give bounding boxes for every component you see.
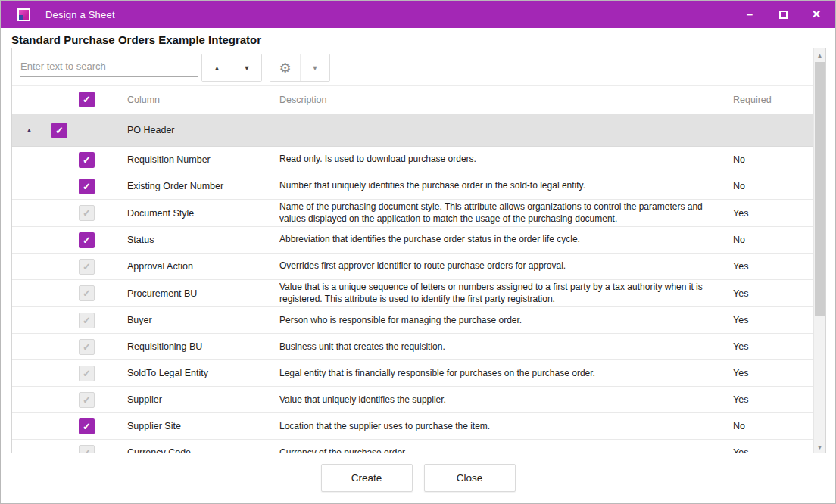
search-next-button[interactable]: ▼: [232, 54, 261, 81]
row-column-name: Approval Action: [127, 261, 279, 272]
close-icon: ✕: [812, 8, 822, 21]
scrollbar-thumb[interactable]: [815, 62, 825, 316]
maximize-icon: [779, 11, 788, 19]
row-checkbox[interactable]: ✓: [79, 179, 95, 194]
scrollbar-up-icon[interactable]: ▲: [814, 49, 825, 61]
row-description: Business unit that creates the requisiti…: [279, 340, 733, 355]
close-dialog-button[interactable]: Close: [424, 464, 516, 492]
table-body: ✓ Requisition Number Read only. Is used …: [12, 147, 813, 454]
table-row[interactable]: ✓ Supplier Site Location that the suppli…: [12, 413, 813, 440]
row-description: Location that the supplier uses to purch…: [279, 419, 733, 434]
row-checkbox[interactable]: ✓: [79, 418, 95, 434]
title-bar: Design a Sheet – ✕: [1, 1, 835, 28]
row-description: Abbreviation that identifies the purchas…: [279, 232, 733, 247]
window-title: Design a Sheet: [45, 9, 115, 20]
row-required-value: Yes: [733, 315, 813, 325]
check-icon: ✓: [83, 395, 91, 405]
settings-dropdown-button[interactable]: ▼: [300, 54, 329, 81]
table-row[interactable]: ✓ Existing Order Number Number that uniq…: [12, 173, 813, 200]
check-icon: ✓: [83, 288, 91, 298]
row-required-value: Yes: [733, 261, 813, 272]
table-row[interactable]: ✓ Buyer Person who is responsible for ma…: [12, 307, 813, 334]
arrow-up-icon: ▲: [214, 64, 220, 72]
row-required-value: No: [733, 181, 813, 191]
close-button[interactable]: ✕: [805, 5, 828, 24]
group-checkbox[interactable]: ✓: [51, 123, 67, 138]
check-icon: ✓: [83, 155, 91, 165]
row-description: Number that uniquely identifies the purc…: [279, 179, 733, 194]
check-icon: ✓: [83, 208, 91, 218]
row-checkbox: ✓: [79, 259, 95, 275]
row-description: Value that is a unique sequence of lette…: [279, 280, 733, 306]
toolbar: ▲ ▼ ⚙ ▼: [12, 48, 813, 85]
row-required-value: No: [733, 235, 813, 245]
row-required-value: Yes: [733, 341, 813, 352]
table-row[interactable]: ✓ SoldTo Legal Entity Legal entity that …: [12, 360, 813, 387]
group-row-po-header[interactable]: ▲ ✓ PO Header: [12, 114, 813, 147]
row-checkbox: ✓: [79, 339, 95, 355]
table-row[interactable]: ✓ Requisitioning BU Business unit that c…: [12, 334, 813, 360]
minimize-icon: –: [747, 11, 753, 18]
row-checkbox[interactable]: ✓: [79, 232, 95, 248]
row-description: Name of the purchasing document style. T…: [279, 200, 733, 226]
search-nav-group: ▲ ▼: [201, 54, 262, 82]
select-all-checkbox[interactable]: ✓: [79, 92, 95, 107]
scrollbar-down-icon[interactable]: ▼: [814, 441, 825, 453]
row-description: Overrides first approver identifier to r…: [279, 259, 733, 274]
minimize-button[interactable]: –: [738, 5, 761, 24]
collapse-icon[interactable]: ▲: [26, 126, 35, 134]
row-checkbox: ✓: [79, 205, 95, 221]
table-row[interactable]: ✓ Approval Action Overrides first approv…: [12, 254, 813, 280]
row-description: Person who is responsible for managing t…: [279, 313, 733, 328]
check-icon: ✓: [83, 262, 91, 272]
row-checkbox: ✓: [79, 366, 95, 381]
settings-group: ⚙ ▼: [270, 54, 330, 82]
check-icon: ✓: [83, 422, 91, 431]
arrow-down-icon: ▼: [244, 64, 251, 72]
column-header-column: Column: [127, 95, 279, 105]
row-column-name: Status: [127, 235, 279, 245]
group-label: PO Header: [127, 125, 175, 135]
row-checkbox: ✓: [79, 313, 95, 328]
search-previous-button[interactable]: ▲: [202, 54, 232, 81]
row-required-value: Yes: [733, 208, 813, 219]
chevron-down-icon: ▼: [312, 64, 319, 72]
table-header-row: ✓ Column Description Required: [12, 85, 813, 114]
check-icon: ✓: [83, 235, 91, 245]
row-column-name: Buyer: [127, 315, 279, 325]
maximize-button[interactable]: [772, 5, 794, 24]
check-icon: ✓: [83, 95, 91, 104]
row-required-value: Yes: [733, 368, 813, 378]
column-header-description: Description: [279, 95, 733, 105]
page-title: Standard Purchase Orders Example Integra…: [11, 33, 261, 46]
row-required-value: Yes: [733, 394, 813, 405]
table-row[interactable]: ✓ Document Style Name of the purchasing …: [12, 200, 813, 227]
row-column-name: Supplier: [127, 394, 279, 405]
row-column-name: Requisitioning BU: [127, 341, 279, 352]
gear-icon: ⚙: [279, 61, 291, 75]
table-row[interactable]: ✓ Procurement BU Value that is a unique …: [12, 280, 813, 307]
dialog-footer: Create Close: [1, 453, 835, 503]
row-description: Value that uniquely identifies the suppl…: [279, 393, 733, 408]
table-row[interactable]: ✓ Supplier Value that uniquely identifie…: [12, 387, 813, 413]
row-column-name: SoldTo Legal Entity: [127, 368, 279, 378]
table-row[interactable]: ✓ Currency Code Currency of the purchase…: [12, 440, 813, 454]
check-icon: ✓: [55, 126, 64, 135]
row-column-name: Requisition Number: [127, 154, 279, 165]
row-required-value: Yes: [733, 288, 813, 299]
row-checkbox: ✓: [79, 392, 95, 408]
settings-button[interactable]: ⚙: [270, 54, 300, 81]
create-button[interactable]: Create: [321, 464, 413, 492]
table-row[interactable]: ✓ Status Abbreviation that identifies th…: [12, 227, 813, 254]
table-row[interactable]: ✓ Requisition Number Read only. Is used …: [12, 147, 813, 173]
row-column-name: Supplier Site: [127, 421, 279, 431]
column-header-required: Required: [733, 95, 813, 105]
row-required-value: No: [733, 421, 813, 431]
row-description: Read only. Is used to download purchase …: [279, 152, 733, 167]
search-input[interactable]: [20, 55, 198, 77]
row-checkbox[interactable]: ✓: [79, 152, 95, 168]
row-description: Legal entity that is financially respons…: [279, 366, 733, 381]
vertical-scrollbar[interactable]: ▲ ▼: [813, 48, 825, 454]
row-column-name: Procurement BU: [127, 288, 279, 299]
sheet-designer-panel: ▲ ▼ ⚙ ▼ ✓ Column Description Required ▲: [11, 48, 826, 455]
